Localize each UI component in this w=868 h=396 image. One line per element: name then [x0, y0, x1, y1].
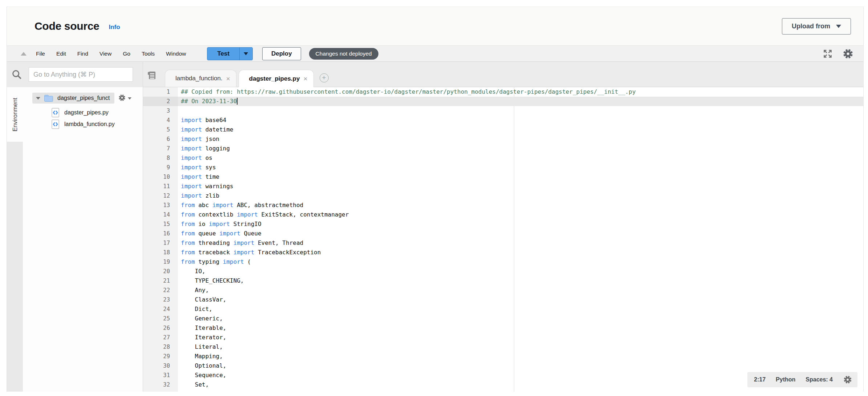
- page-title: Code source: [35, 20, 99, 32]
- fullscreen-icon[interactable]: [823, 49, 833, 59]
- python-file-icon: [52, 120, 59, 129]
- collapse-panel-icon[interactable]: [21, 52, 27, 56]
- code-line[interactable]: 10import time: [143, 172, 863, 182]
- code-line-text: [178, 106, 863, 116]
- code-line[interactable]: 15from io import StringIO: [143, 219, 863, 229]
- code-line[interactable]: 25 Generic,: [143, 314, 863, 323]
- code-line[interactable]: 23 ClassVar,: [143, 295, 863, 304]
- language-mode[interactable]: Python: [776, 376, 795, 383]
- code-line[interactable]: 5import datetime: [143, 125, 863, 134]
- new-tab-button[interactable]: +: [320, 73, 329, 82]
- code-line-text: from traceback import TracebackException: [178, 248, 863, 257]
- settings-gear-icon[interactable]: [842, 48, 854, 60]
- code-line[interactable]: 22 Any,: [143, 286, 863, 295]
- close-tab-icon[interactable]: ×: [226, 75, 230, 82]
- tree-settings-button[interactable]: [118, 94, 131, 103]
- line-number: 1: [143, 87, 178, 97]
- tree-file-dagster_pipes-py[interactable]: dagster_pipes.py: [23, 107, 143, 118]
- line-number: 22: [143, 286, 178, 295]
- search-icon: [11, 69, 22, 80]
- code-line[interactable]: 3: [143, 106, 863, 116]
- line-number: 5: [143, 125, 178, 134]
- line-number: 7: [143, 144, 178, 153]
- code-line[interactable]: 1## Copied from: https://raw.githubuserc…: [143, 87, 863, 97]
- editor-settings-gear-icon[interactable]: [843, 375, 852, 384]
- line-number: 32: [143, 380, 178, 389]
- code-line[interactable]: 33 TextIO,: [143, 389, 863, 392]
- main-area: Environment dagster_pipes_funct: [7, 62, 863, 392]
- line-number: 15: [143, 219, 178, 229]
- code-line[interactable]: 29 Mapping,: [143, 352, 863, 361]
- menu-item-edit[interactable]: Edit: [56, 50, 66, 57]
- code-line-text: ## On 2023-11-30: [178, 97, 863, 106]
- upload-from-button[interactable]: Upload from: [782, 18, 851, 35]
- code-line-text: import json: [178, 134, 863, 144]
- code-line[interactable]: 16from queue import Queue: [143, 229, 863, 238]
- code-line[interactable]: 26 Iterable,: [143, 323, 863, 333]
- editor-tab-lambda_function-[interactable]: lambda_function. ×: [165, 70, 236, 87]
- code-line[interactable]: 19from typing import (: [143, 257, 863, 267]
- menu-bar-right: [823, 48, 854, 60]
- tab-environment[interactable]: Environment: [7, 87, 23, 142]
- menu-item-window[interactable]: Window: [166, 50, 186, 57]
- code-line-text: IO,: [178, 267, 863, 276]
- code-line[interactable]: 6import json: [143, 134, 863, 144]
- editor-tab-dagster_pipes-py[interactable]: dagster_pipes.py ×: [239, 70, 314, 87]
- test-dropdown-button[interactable]: [239, 48, 252, 60]
- code-editor[interactable]: 1## Copied from: https://raw.githubuserc…: [143, 87, 863, 392]
- tabs: lambda_function. ×dagster_pipes.py ×: [147, 70, 314, 87]
- tree-file-lambda_function-py[interactable]: lambda_function.py: [23, 118, 143, 130]
- menu-item-find[interactable]: Find: [77, 50, 88, 57]
- code-line[interactable]: 4import base64: [143, 116, 863, 125]
- code-line[interactable]: 14from contextlib import ExitStack, cont…: [143, 210, 863, 219]
- line-number: 33: [143, 389, 178, 392]
- line-number: 25: [143, 314, 178, 323]
- menu-item-go[interactable]: Go: [123, 50, 130, 57]
- go-to-anything-input[interactable]: [29, 67, 133, 82]
- code-line[interactable]: 30 Optional,: [143, 361, 863, 371]
- code-line[interactable]: 7import logging: [143, 144, 863, 153]
- tab-label: dagster_pipes.py: [249, 75, 300, 82]
- tree-file-label: dagster_pipes.py: [64, 109, 109, 116]
- deploy-button[interactable]: Deploy: [262, 47, 301, 60]
- code-line[interactable]: 11import warnings: [143, 182, 863, 191]
- line-number: 13: [143, 201, 178, 210]
- code-source-panel: Code source Info Upload from FileEditFin…: [7, 7, 864, 392]
- code-line-text: import warnings: [178, 182, 863, 191]
- code-line[interactable]: 27 Iterator,: [143, 333, 863, 342]
- code-line[interactable]: 12import zlib: [143, 191, 863, 201]
- code-line[interactable]: 18from traceback import TracebackExcepti…: [143, 248, 863, 257]
- folder-icon: [44, 94, 53, 102]
- menu-item-view[interactable]: View: [100, 50, 111, 57]
- close-tab-icon[interactable]: ×: [303, 75, 307, 82]
- cursor-position[interactable]: 2:17: [754, 376, 766, 383]
- line-number: 23: [143, 295, 178, 304]
- sidebar-body: Environment dagster_pipes_funct: [7, 87, 143, 392]
- code-line[interactable]: 17from threading import Event, Thread: [143, 238, 863, 248]
- code-line[interactable]: 9import sys: [143, 163, 863, 172]
- code-line[interactable]: 8import os: [143, 153, 863, 163]
- menu-item-file[interactable]: File: [36, 50, 45, 57]
- line-number: 29: [143, 352, 178, 361]
- line-number: 10: [143, 172, 178, 182]
- upload-from-label: Upload from: [792, 23, 830, 30]
- code-line-text: import zlib: [178, 191, 863, 201]
- test-button[interactable]: Test: [207, 48, 239, 60]
- tree-folder-row[interactable]: dagster_pipes_funct: [32, 93, 114, 104]
- menu-item-tools[interactable]: Tools: [142, 50, 155, 57]
- code-line[interactable]: 21 TYPE_CHECKING,: [143, 276, 863, 286]
- folder-expand-icon[interactable]: [36, 97, 40, 100]
- line-number: 2: [143, 97, 178, 106]
- indentation-setting[interactable]: Spaces: 4: [806, 376, 833, 383]
- code-line-text: Iterator,: [178, 333, 863, 342]
- code-line[interactable]: 2## On 2023-11-30: [143, 97, 863, 106]
- line-number: 30: [143, 361, 178, 371]
- tab-list-icon[interactable]: [147, 70, 157, 82]
- code-line[interactable]: 20 IO,: [143, 267, 863, 276]
- menu-items: FileEditFindViewGoToolsWindow: [36, 50, 186, 57]
- code-line[interactable]: 24 Dict,: [143, 304, 863, 314]
- info-link[interactable]: Info: [109, 24, 120, 31]
- code-line-text: import base64: [178, 116, 863, 125]
- code-line[interactable]: 28 Literal,: [143, 342, 863, 352]
- code-line[interactable]: 13from abc import ABC, abstractmethod: [143, 201, 863, 210]
